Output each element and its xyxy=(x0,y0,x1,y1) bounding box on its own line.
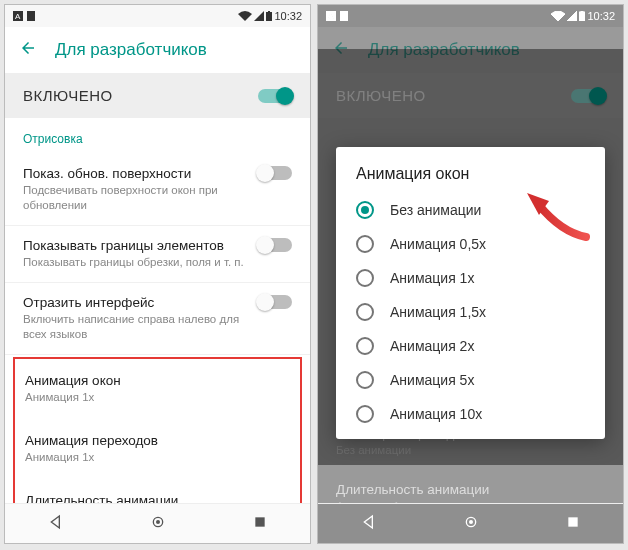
sim-icon xyxy=(27,11,35,21)
settings-scroll[interactable]: Отрисовка Показ. обнов. поверхности Подс… xyxy=(5,118,310,536)
toggle-surface[interactable] xyxy=(258,166,292,180)
radio-option[interactable]: Анимация 1,5x xyxy=(336,295,605,329)
radio-option[interactable]: Анимация 10x xyxy=(336,397,605,431)
svg-point-14 xyxy=(469,520,473,524)
svg-rect-3 xyxy=(266,12,272,21)
clock: 10:32 xyxy=(274,10,302,22)
toggle-bounds[interactable] xyxy=(258,238,292,252)
radio-label: Анимация 1x xyxy=(390,270,474,286)
signal-icon xyxy=(567,11,577,21)
phone-screenshot-right: A 10:32 Для разработчиков ВКЛЮЧЕНО Анима… xyxy=(317,4,624,544)
radio-icon[interactable] xyxy=(356,337,374,355)
radio-label: Анимация 1,5x xyxy=(390,304,486,320)
battery-icon xyxy=(266,11,272,21)
svg-rect-7 xyxy=(255,517,264,526)
signal-icon xyxy=(254,11,264,21)
radio-label: Анимация 2x xyxy=(390,338,474,354)
radio-option[interactable]: Анимация 0,5x xyxy=(336,227,605,261)
radio-label: Анимация 10x xyxy=(390,406,482,422)
radio-option[interactable]: Анимация 2x xyxy=(336,329,605,363)
radio-icon[interactable] xyxy=(356,371,374,389)
wifi-icon xyxy=(551,11,565,21)
radio-icon[interactable] xyxy=(356,269,374,287)
section-header-drawing: Отрисовка xyxy=(5,118,310,154)
status-bar: A 10:32 xyxy=(5,5,310,27)
master-toggle-switch[interactable] xyxy=(258,89,292,103)
app-indicator-icon: A xyxy=(13,11,23,21)
clock: 10:32 xyxy=(587,10,615,22)
radio-icon[interactable] xyxy=(356,405,374,423)
radio-label: Без анимации xyxy=(390,202,481,218)
nav-recents-icon[interactable] xyxy=(253,515,267,533)
nav-home-icon[interactable] xyxy=(463,514,479,534)
dialog-title: Анимация окон xyxy=(336,165,605,193)
svg-rect-2 xyxy=(27,11,35,21)
svg-text:A: A xyxy=(328,12,334,21)
radio-icon[interactable] xyxy=(356,235,374,253)
status-bar: A 10:32 xyxy=(318,5,623,27)
sim-icon xyxy=(340,11,348,21)
appbar-title: Для разработчиков xyxy=(55,40,207,60)
phone-screenshot-left: A 10:32 Для разработчиков ВКЛЮЧЕНО Отрис… xyxy=(4,4,311,544)
wifi-icon xyxy=(238,11,252,21)
svg-text:A: A xyxy=(15,12,21,21)
setting-transition-animation[interactable]: Анимация переходов Анимация 1x xyxy=(15,419,300,479)
toggle-rtl[interactable] xyxy=(258,295,292,309)
svg-rect-15 xyxy=(568,517,577,526)
app-indicator-icon: A xyxy=(326,11,336,21)
radio-label: Анимация 5x xyxy=(390,372,474,388)
master-toggle-row[interactable]: ВКЛЮЧЕНО xyxy=(5,73,310,118)
svg-rect-4 xyxy=(268,11,270,12)
app-bar: Для разработчиков xyxy=(5,27,310,73)
svg-rect-11 xyxy=(579,12,585,21)
nav-back-icon[interactable] xyxy=(48,514,64,534)
nav-back-icon[interactable] xyxy=(361,514,377,534)
svg-point-6 xyxy=(156,520,160,524)
setting-rtl[interactable]: Отразить интерфейс Включить написание сп… xyxy=(5,283,310,355)
setting-surface-updates[interactable]: Показ. обнов. поверхности Подсвечивать п… xyxy=(5,154,310,226)
radio-option[interactable]: Анимация 1x xyxy=(336,261,605,295)
master-toggle-label: ВКЛЮЧЕНО xyxy=(23,87,113,104)
radio-option[interactable]: Анимация 5x xyxy=(336,363,605,397)
radio-icon[interactable] xyxy=(356,201,374,219)
nav-recents-icon[interactable] xyxy=(566,515,580,533)
nav-bar xyxy=(5,503,310,543)
animation-scale-dialog: Анимация окон Без анимацииАнимация 0,5xА… xyxy=(336,147,605,439)
nav-home-icon[interactable] xyxy=(150,514,166,534)
svg-rect-12 xyxy=(581,11,583,12)
setting-layout-bounds[interactable]: Показывать границы элементов Показывать … xyxy=(5,226,310,283)
back-arrow-icon[interactable] xyxy=(19,39,37,61)
radio-icon[interactable] xyxy=(356,303,374,321)
svg-rect-10 xyxy=(340,11,348,21)
radio-label: Анимация 0,5x xyxy=(390,236,486,252)
battery-icon xyxy=(579,11,585,21)
radio-option[interactable]: Без анимации xyxy=(336,193,605,227)
nav-bar xyxy=(318,503,623,543)
setting-window-animation[interactable]: Анимация окон Анимация 1x xyxy=(15,359,300,419)
